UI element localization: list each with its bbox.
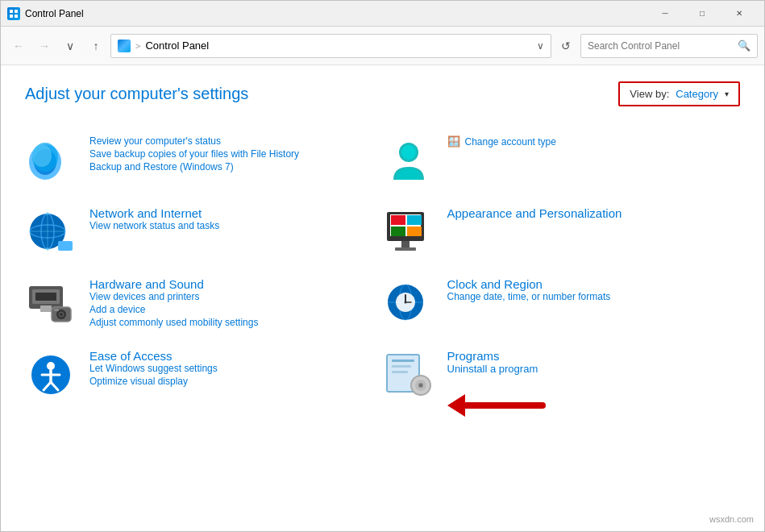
link-clock-title[interactable]: Clock and Region bbox=[447, 277, 543, 291]
link-backup-restore[interactable]: Backup and Restore (Windows 7) bbox=[89, 161, 383, 172]
link-add-device[interactable]: Add a device bbox=[89, 304, 383, 315]
category-user-accounts: 🪟 Change account type bbox=[383, 126, 741, 197]
category-appearance: Appearance and Personalization bbox=[383, 197, 741, 268]
view-by-label: View by: bbox=[630, 88, 669, 100]
breadcrumb-chevron[interactable]: ∨ bbox=[537, 40, 544, 52]
programs-icon bbox=[383, 349, 434, 401]
view-by-value[interactable]: Category bbox=[676, 88, 718, 100]
minimize-button[interactable]: ─ bbox=[647, 1, 684, 27]
svg-rect-17 bbox=[58, 241, 73, 251]
link-uninstall[interactable]: Uninstall a program bbox=[447, 363, 741, 375]
category-network: Network and Internet View network status… bbox=[25, 197, 383, 268]
link-review-status[interactable]: Review your computer's status bbox=[89, 135, 383, 147]
window-controls: ─ □ ✕ bbox=[647, 1, 758, 27]
link-network-title[interactable]: Network and Internet bbox=[89, 206, 202, 220]
link-date-time[interactable]: Change date, time, or number formats bbox=[447, 291, 741, 302]
title-bar: Control Panel ─ □ ✕ bbox=[1, 1, 764, 27]
category-programs: Programs Uninstall a program bbox=[383, 339, 741, 410]
svg-rect-50 bbox=[392, 360, 414, 362]
link-visual-display[interactable]: Optimize visual display bbox=[89, 376, 383, 387]
ease-icon bbox=[25, 349, 77, 401]
network-icon-svg bbox=[27, 210, 74, 254]
svg-rect-52 bbox=[392, 371, 408, 373]
arrow-body bbox=[465, 402, 546, 409]
category-ease: Ease of Access Let Windows suggest setti… bbox=[25, 339, 383, 410]
refresh-button[interactable]: ↺ bbox=[555, 35, 577, 57]
programs-info: Programs Uninstall a program bbox=[447, 349, 741, 376]
category-clock: Clock and Region Change date, time, or n… bbox=[383, 268, 741, 339]
system-info: Review your computer's status Save backu… bbox=[89, 135, 383, 174]
search-input[interactable] bbox=[588, 40, 733, 52]
dropdown-button[interactable]: ∨ bbox=[59, 35, 81, 57]
appearance-icon bbox=[383, 206, 434, 258]
hardware-info: Hardware and Sound View devices and prin… bbox=[89, 277, 383, 330]
svg-rect-29 bbox=[40, 305, 52, 312]
svg-rect-21 bbox=[407, 215, 422, 225]
link-appearance-title[interactable]: Appearance and Personalization bbox=[447, 206, 622, 220]
svg-point-9 bbox=[401, 145, 416, 160]
link-ease-title[interactable]: Ease of Access bbox=[89, 349, 173, 363]
category-hardware: Hardware and Sound View devices and prin… bbox=[25, 268, 383, 339]
svg-rect-23 bbox=[407, 227, 422, 236]
search-box: 🔍 bbox=[580, 34, 758, 58]
link-suggest-settings[interactable]: Let Windows suggest settings bbox=[89, 363, 383, 374]
page-title: Adjust your computer's settings bbox=[25, 85, 248, 103]
category-system: Review your computer's status Save backu… bbox=[25, 126, 383, 197]
breadcrumb-icon bbox=[118, 39, 131, 52]
maximize-button[interactable]: □ bbox=[684, 1, 721, 27]
back-button[interactable]: ← bbox=[7, 35, 30, 57]
clock-icon-svg bbox=[385, 281, 432, 325]
svg-point-7 bbox=[32, 144, 52, 167]
forward-button[interactable]: → bbox=[33, 35, 56, 57]
appearance-icon-svg bbox=[385, 210, 432, 254]
network-icon bbox=[25, 206, 77, 258]
user-accounts-icon bbox=[383, 135, 434, 187]
svg-point-56 bbox=[419, 384, 422, 387]
svg-rect-1 bbox=[15, 10, 18, 13]
link-network-status[interactable]: View network status and tasks bbox=[89, 220, 383, 231]
content-area: Adjust your computer's settings View by:… bbox=[1, 65, 764, 531]
link-change-account[interactable]: Change account type bbox=[465, 136, 556, 148]
svg-rect-25 bbox=[395, 247, 416, 251]
svg-rect-34 bbox=[54, 309, 59, 311]
hardware-icon-svg bbox=[27, 281, 74, 325]
window-title: Control Panel bbox=[25, 8, 647, 19]
network-info: Network and Internet View network status… bbox=[89, 206, 383, 233]
breadcrumb-separator: > bbox=[135, 41, 140, 51]
link-file-history[interactable]: Save backup copies of your files with Fi… bbox=[89, 148, 383, 160]
svg-point-33 bbox=[60, 314, 63, 316]
watermark: wsxdn.com bbox=[706, 513, 757, 526]
red-arrow-annotation bbox=[447, 394, 546, 417]
user-accounts-info: 🪟 Change account type bbox=[447, 135, 741, 151]
arrow-head bbox=[447, 394, 465, 417]
close-button[interactable]: ✕ bbox=[721, 1, 758, 27]
programs-icon-svg bbox=[385, 353, 432, 397]
categories-grid: Review your computer's status Save backu… bbox=[25, 126, 740, 410]
ease-info: Ease of Access Let Windows suggest setti… bbox=[89, 349, 383, 389]
appearance-info: Appearance and Personalization bbox=[447, 206, 741, 220]
svg-point-41 bbox=[404, 301, 406, 304]
page-header: Adjust your computer's settings View by:… bbox=[25, 81, 740, 106]
link-devices-printers[interactable]: View devices and printers bbox=[89, 291, 383, 302]
hardware-icon bbox=[25, 277, 77, 329]
user-icon-svg bbox=[385, 139, 432, 183]
view-by-control: View by: Category ▾ bbox=[618, 81, 740, 106]
window: Control Panel ─ □ ✕ ← → ∨ ↑ > Control Pa… bbox=[0, 0, 765, 532]
link-hardware-title[interactable]: Hardware and Sound bbox=[89, 277, 204, 291]
system-icon bbox=[25, 135, 77, 187]
view-by-chevron[interactable]: ▾ bbox=[725, 89, 729, 98]
link-programs-title[interactable]: Programs bbox=[447, 349, 500, 363]
svg-rect-2 bbox=[10, 15, 13, 18]
up-button[interactable]: ↑ bbox=[85, 35, 107, 57]
link-mobility[interactable]: Adjust commonly used mobility settings bbox=[89, 317, 383, 328]
search-icon[interactable]: 🔍 bbox=[738, 39, 750, 52]
svg-rect-51 bbox=[392, 365, 411, 368]
svg-point-44 bbox=[48, 364, 54, 369]
clock-icon bbox=[383, 277, 434, 329]
svg-rect-28 bbox=[35, 293, 56, 301]
svg-rect-22 bbox=[391, 227, 405, 236]
system-icon-svg bbox=[27, 139, 74, 183]
svg-rect-0 bbox=[10, 10, 13, 13]
breadcrumb-text: Control Panel bbox=[145, 39, 532, 52]
ease-icon-svg bbox=[27, 353, 74, 397]
